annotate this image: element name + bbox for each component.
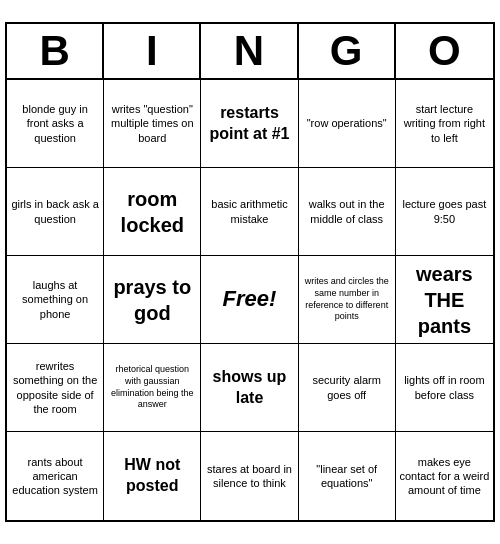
bingo-cell-22: stares at board in silence to think: [201, 432, 298, 520]
bingo-cell-14: wears THE pants: [396, 256, 493, 344]
bingo-cell-11: prays to god: [104, 256, 201, 344]
bingo-cell-0: blonde guy in front asks a question: [7, 80, 104, 168]
bingo-cell-3: "row operations": [299, 80, 396, 168]
bingo-cell-9: lecture goes past 9:50: [396, 168, 493, 256]
bingo-letter-b: B: [7, 24, 104, 78]
bingo-cell-8: walks out in the middle of class: [299, 168, 396, 256]
bingo-cell-7: basic arithmetic mistake: [201, 168, 298, 256]
bingo-cell-10: laughs at something on phone: [7, 256, 104, 344]
bingo-cell-12: Free!: [201, 256, 298, 344]
bingo-cell-24: makes eye contact for a weird amount of …: [396, 432, 493, 520]
bingo-letter-g: G: [299, 24, 396, 78]
bingo-letter-o: O: [396, 24, 493, 78]
bingo-card: BINGO blonde guy in front asks a questio…: [5, 22, 495, 522]
bingo-cell-18: security alarm goes off: [299, 344, 396, 432]
bingo-cell-16: rhetorical question with gaussian elimin…: [104, 344, 201, 432]
bingo-cell-5: girls in back ask a question: [7, 168, 104, 256]
bingo-grid: blonde guy in front asks a questionwrite…: [7, 80, 493, 520]
bingo-letter-n: N: [201, 24, 298, 78]
bingo-cell-2: restarts point at #1: [201, 80, 298, 168]
bingo-cell-15: rewrites something on the opposite side …: [7, 344, 104, 432]
bingo-cell-19: lights off in room before class: [396, 344, 493, 432]
bingo-cell-20: rants about american education system: [7, 432, 104, 520]
bingo-cell-23: "linear set of equations": [299, 432, 396, 520]
bingo-cell-13: writes and circles the same number in re…: [299, 256, 396, 344]
bingo-cell-6: room locked: [104, 168, 201, 256]
bingo-letter-i: I: [104, 24, 201, 78]
bingo-cell-4: start lecture writing from right to left: [396, 80, 493, 168]
bingo-cell-1: writes "question" multiple times on boar…: [104, 80, 201, 168]
bingo-cell-21: HW not posted: [104, 432, 201, 520]
bingo-header: BINGO: [7, 24, 493, 80]
bingo-cell-17: shows up late: [201, 344, 298, 432]
